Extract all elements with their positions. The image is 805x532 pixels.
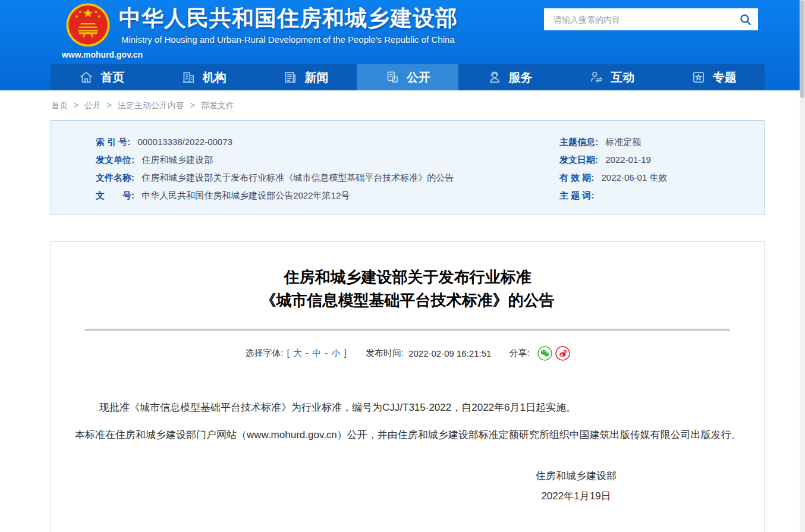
article-box: 住房和城乡建设部关于发布行业标准 《城市信息模型基础平台技术标准》的公告 选择字… <box>51 241 765 532</box>
breadcrumb-disclosure[interactable]: 公开 <box>84 100 101 110</box>
doc-info-label: 发文日期: <box>559 155 598 165</box>
nav-item-label: 首页 <box>100 70 124 86</box>
doc-info-value: 000013338/2022-00073 <box>138 137 232 147</box>
search-input[interactable] <box>544 15 733 24</box>
font-size-large[interactable]: 大 <box>293 348 302 358</box>
doc-info-value: 住房和城乡建设部关于发布行业标准《城市信息模型基础平台技术标准》的公告 <box>141 172 454 182</box>
article-paragraph: 本标准在住房和城乡建设部门户网站（www.mohurd.gov.cn）公开，并由… <box>53 425 744 445</box>
font-size-medium[interactable]: 中 <box>312 348 321 358</box>
doc-info-right-column: 主题信息: 标准定额 发文日期: 2022-01-19 有 效 期: 2022-… <box>559 133 764 204</box>
doc-info-value: 2022-01-19 <box>605 155 651 165</box>
font-size-separator: - <box>306 348 311 358</box>
news-icon <box>282 70 298 85</box>
nav-item-service[interactable]: 服务 <box>458 64 561 90</box>
article-body: 现批准《城市信息模型基础平台技术标准》为行业标准，编号为CJJ/T315-202… <box>51 398 764 445</box>
breadcrumb-home[interactable]: 首页 <box>51 100 68 110</box>
breadcrumb-statutory-content[interactable]: 法定主动公开内容 <box>118 100 184 110</box>
nav-item-label: 公开 <box>407 70 430 86</box>
publish-time-label: 发布时间: <box>366 348 404 359</box>
breadcrumb: 首页 > 公开 > 法定主动公开内容 > 部发文件 <box>51 90 805 120</box>
font-size-separator: - <box>325 348 330 358</box>
disclosure-icon <box>385 70 400 85</box>
doc-info-value: 中华人民共和国住房和城乡建设部公告2022年第12号 <box>141 190 350 200</box>
nav-item-disclosure[interactable]: 公开 <box>357 64 459 90</box>
nav-item-organization[interactable]: 机构 <box>153 64 255 90</box>
organization-icon <box>181 70 196 85</box>
title-divider <box>85 329 730 331</box>
nav-item-label: 专题 <box>713 70 737 86</box>
publish-time-value: 2022-02-09 16:21:51 <box>408 348 491 358</box>
scrollbar-thumb[interactable] <box>800 0 804 98</box>
scrollbar-track[interactable] <box>800 0 805 532</box>
doc-info-row-document-name: 文件名称: 住房和城乡建设部关于发布行业标准《城市信息模型基础平台技术标准》的公… <box>96 169 559 187</box>
doc-info-label: 文 号: <box>96 190 134 200</box>
search-button[interactable] <box>733 8 758 30</box>
site-header: www.mohurd.gov.cn 中华人民共和国住房和城乡建设部 Minist… <box>0 0 805 90</box>
main-nav: 首页 机构 新闻 公开 <box>51 64 765 90</box>
nav-item-news[interactable]: 新闻 <box>254 64 357 90</box>
breadcrumb-separator: > <box>190 100 195 110</box>
article-title-line2: 《城市信息模型基础平台技术标准》的公告 <box>51 289 764 312</box>
signature-date: 2022年1月19日 <box>536 486 617 506</box>
font-size-label: 选择字体: <box>245 348 283 359</box>
nav-item-label: 机构 <box>203 70 227 86</box>
doc-info-row-index-number: 索 引 号: 000013338/2022-00073 <box>96 133 559 151</box>
breadcrumb-separator: > <box>74 100 78 110</box>
doc-info-value: 2022-06-01 生效 <box>602 172 668 182</box>
share-label: 分享: <box>509 348 529 359</box>
document-info-box: 索 引 号: 000013338/2022-00073 发文单位: 住房和城乡建… <box>51 120 765 215</box>
breadcrumb-separator: > <box>107 100 112 110</box>
doc-info-row-keywords: 主 题 词: <box>559 187 764 204</box>
nav-item-label: 互动 <box>611 70 634 86</box>
doc-info-row-issue-date: 发文日期: 2022-01-19 <box>559 151 764 169</box>
doc-info-label: 索 引 号: <box>96 137 130 147</box>
font-size-selector: [ 大 - 中 - 小 ] <box>287 348 347 359</box>
site-url: www.mohurd.gov.cn <box>62 50 143 59</box>
signature-organization: 住房和城乡建设部 <box>536 466 617 486</box>
breadcrumb-current: 部发文件 <box>201 100 234 110</box>
home-icon <box>78 70 94 85</box>
site-subtitle-en: Ministry of Housing and Urban-Rural Deve… <box>121 34 455 45</box>
national-emblem-icon <box>65 2 111 48</box>
weibo-icon[interactable] <box>555 346 570 361</box>
bracket-open: [ <box>287 348 290 358</box>
article-title-line1: 住房和城乡建设部关于发布行业标准 <box>51 266 764 289</box>
article-paragraph: 现批准《城市信息模型基础平台技术标准》为行业标准，编号为CJJ/T315-202… <box>53 398 744 417</box>
doc-info-label: 主题信息: <box>559 137 598 147</box>
doc-info-label: 文件名称: <box>96 172 134 182</box>
article-title: 住房和城乡建设部关于发布行业标准 《城市信息模型基础平台技术标准》的公告 <box>51 266 764 312</box>
nav-item-label: 新闻 <box>304 70 328 86</box>
doc-info-row-document-number: 文 号: 中华人民共和国住房和城乡建设部公告2022年第12号 <box>96 187 559 204</box>
nav-item-interaction[interactable]: 互动 <box>561 64 663 90</box>
doc-info-value: 住房和城乡建设部 <box>141 155 213 165</box>
nav-item-special-topic[interactable]: 专题 <box>662 64 765 90</box>
service-icon <box>487 70 502 85</box>
bracket-close: ] <box>344 348 347 358</box>
doc-info-row-issuing-unit: 发文单位: 住房和城乡建设部 <box>96 151 559 169</box>
article-signature: 住房和城乡建设部 2022年1月19日 <box>536 466 617 506</box>
wechat-icon[interactable] <box>537 346 552 361</box>
search-box <box>544 8 758 30</box>
doc-info-row-effective-date: 有 效 期: 2022-06-01 生效 <box>559 169 764 187</box>
doc-info-label: 主 题 词: <box>559 190 594 200</box>
doc-info-row-subject-info: 主题信息: 标准定额 <box>559 133 764 151</box>
nav-item-label: 服务 <box>509 70 533 86</box>
interaction-icon <box>589 70 604 85</box>
article-meta-row: 选择字体: [ 大 - 中 - 小 ] 发布时间: 2022-02-09 16:… <box>51 346 764 361</box>
doc-info-label: 有 效 期: <box>559 172 594 182</box>
search-icon <box>738 12 753 27</box>
doc-info-label: 发文单位: <box>96 155 134 165</box>
doc-info-left-column: 索 引 号: 000013338/2022-00073 发文单位: 住房和城乡建… <box>51 133 559 204</box>
font-size-small[interactable]: 小 <box>332 348 341 358</box>
nav-item-home[interactable]: 首页 <box>51 64 153 90</box>
site-title: 中华人民共和国住房和城乡建设部 <box>119 4 458 33</box>
doc-info-value: 标准定额 <box>605 137 641 147</box>
special-topic-icon <box>691 70 706 85</box>
